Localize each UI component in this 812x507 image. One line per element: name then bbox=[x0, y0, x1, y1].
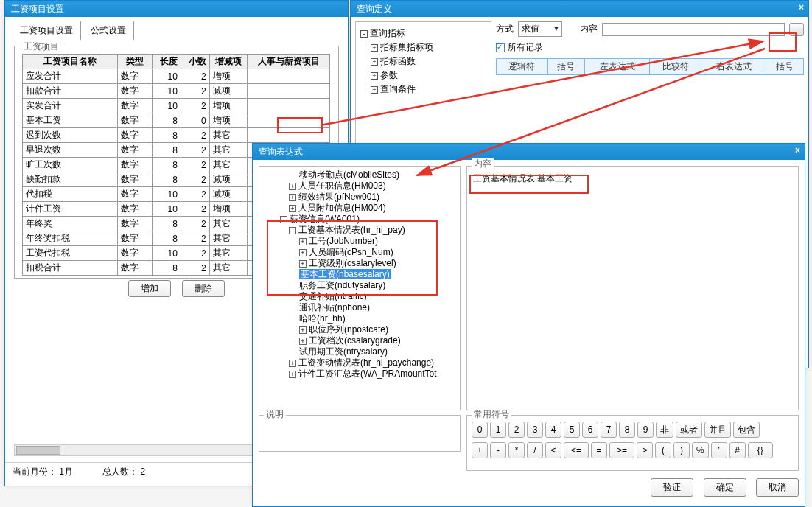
symbol-button[interactable]: 2 bbox=[508, 422, 525, 438]
symbol-button[interactable]: + bbox=[472, 442, 488, 458]
symbol-button[interactable]: 包含 bbox=[733, 422, 760, 438]
column-header[interactable]: 增减项 bbox=[209, 55, 248, 69]
titlebar[interactable]: 查询定义 × bbox=[351, 1, 808, 17]
table-row[interactable]: 实发合计数字102增项 bbox=[23, 99, 330, 113]
column-header[interactable]: 括号 bbox=[766, 59, 804, 75]
symbol-button[interactable]: 0 bbox=[472, 422, 488, 438]
expand-icon[interactable]: + bbox=[289, 371, 296, 378]
tree-item[interactable]: +绩效结果(pfNew001) bbox=[262, 192, 457, 203]
tree-item[interactable]: +人员任职信息(HM003) bbox=[262, 181, 457, 192]
field-tree[interactable]: 移动考勤点(cMobileSites)+人员任职信息(HM003)+绩效结果(p… bbox=[259, 166, 461, 410]
symbol-button[interactable]: ) bbox=[673, 442, 690, 458]
content-input[interactable] bbox=[602, 23, 785, 36]
tabs: 工资项目设置 公式设置 bbox=[5, 17, 348, 40]
tree-item[interactable]: +工号(JobNumber) bbox=[262, 236, 457, 247]
column-header[interactable]: 逻辑符 bbox=[497, 59, 548, 75]
tree-item[interactable]: 试用期工资(ntrysalary) bbox=[262, 346, 457, 357]
tree-item[interactable]: +工资档次(csalarygrade) bbox=[262, 335, 457, 346]
expand-icon[interactable]: + bbox=[299, 338, 307, 345]
description-box: 说明 bbox=[259, 415, 461, 452]
add-button[interactable]: 增加 bbox=[128, 280, 171, 297]
expand-icon[interactable]: + bbox=[299, 326, 307, 334]
symbol-button[interactable]: < bbox=[545, 442, 561, 458]
tree-item[interactable]: 职务工资(ndutysalary) bbox=[262, 280, 457, 291]
ok-button[interactable]: 确定 bbox=[704, 478, 746, 497]
tree-item[interactable]: -工资基本情况表(hr_hi_pay) bbox=[262, 225, 457, 236]
symbol-button[interactable]: 8 bbox=[619, 422, 635, 438]
tab-formula[interactable]: 公式设置 bbox=[83, 21, 134, 40]
symbol-button[interactable]: - bbox=[490, 442, 506, 458]
column-header[interactable]: 小数 bbox=[181, 55, 209, 69]
way-dropdown[interactable]: 求值 bbox=[518, 21, 562, 37]
expression-content[interactable]: 内容 工资基本情况表.基本工资 bbox=[466, 166, 799, 410]
tree-item[interactable]: 哈哈(hr_hh) bbox=[262, 313, 457, 324]
tree-item[interactable]: +工资变动情况表(hr_hi_paychange) bbox=[262, 357, 457, 368]
verify-button[interactable]: 验证 bbox=[651, 478, 693, 497]
symbol-button[interactable]: % bbox=[692, 442, 709, 458]
symbol-button[interactable]: 并且 bbox=[704, 422, 731, 438]
column-header[interactable]: 左表达式 bbox=[585, 59, 650, 75]
window-title: 工资项目设置 bbox=[11, 4, 64, 14]
tree-item[interactable]: 基本工资(nbasesalary) bbox=[262, 269, 457, 280]
symbol-button[interactable]: / bbox=[527, 442, 543, 458]
tree-item[interactable]: 移动考勤点(cMobileSites) bbox=[262, 169, 457, 181]
symbol-button[interactable]: 4 bbox=[545, 422, 561, 438]
delete-button[interactable]: 删除 bbox=[182, 280, 225, 297]
table-row[interactable]: 应发合计数字102增项 bbox=[23, 69, 330, 84]
window-title: 查询定义 bbox=[357, 4, 392, 14]
tree-item[interactable]: +职位序列(npostcate) bbox=[262, 324, 457, 335]
cancel-button[interactable]: 取消 bbox=[756, 478, 799, 497]
tree-item[interactable]: +工资级别(csalarylevel) bbox=[262, 258, 457, 269]
column-header[interactable]: 右表达式 bbox=[701, 59, 766, 75]
symbol-button[interactable]: 7 bbox=[601, 422, 617, 438]
symbol-button[interactable]: <= bbox=[564, 442, 589, 458]
titlebar[interactable]: 查询表达式 × bbox=[253, 144, 805, 160]
expand-icon[interactable]: + bbox=[289, 183, 296, 190]
titlebar[interactable]: 工资项目设置 bbox=[5, 1, 348, 17]
close-icon[interactable]: × bbox=[795, 145, 800, 155]
collapse-icon[interactable]: - bbox=[280, 216, 287, 223]
symbol-button[interactable]: ' bbox=[711, 442, 727, 458]
expand-icon[interactable]: + bbox=[289, 205, 296, 212]
symbol-button[interactable]: > bbox=[637, 442, 653, 458]
symbol-button[interactable]: 或者 bbox=[676, 422, 702, 438]
symbol-button[interactable]: 非 bbox=[656, 422, 673, 438]
column-header[interactable]: 括号 bbox=[547, 59, 585, 75]
collapse-icon[interactable]: - bbox=[289, 227, 296, 234]
symbol-button[interactable]: 9 bbox=[637, 422, 654, 438]
column-header[interactable]: 人事与薪资项目 bbox=[248, 55, 330, 69]
symbol-button[interactable]: 5 bbox=[564, 422, 580, 438]
close-icon[interactable]: × bbox=[799, 2, 804, 13]
symbol-button[interactable]: >= bbox=[609, 442, 634, 458]
tree-item[interactable]: -薪资信息(WA001) bbox=[262, 214, 457, 225]
tree-item[interactable]: 交通补贴(ntraffic) bbox=[262, 291, 457, 302]
column-header[interactable]: 长度 bbox=[153, 55, 181, 69]
tree-item[interactable]: +人员附加信息(HM004) bbox=[262, 203, 457, 214]
column-header[interactable]: 类型 bbox=[117, 55, 152, 69]
tree-item[interactable]: +人员编码(cPsn_Num) bbox=[262, 247, 457, 258]
expand-icon[interactable]: + bbox=[289, 194, 296, 201]
tab-salary-items[interactable]: 工资项目设置 bbox=[13, 21, 81, 40]
expand-icon[interactable]: + bbox=[289, 360, 296, 367]
symbol-button[interactable]: {} bbox=[748, 442, 773, 458]
symbol-button[interactable]: * bbox=[508, 442, 525, 458]
symbol-button[interactable]: 6 bbox=[582, 422, 598, 438]
symbol-button[interactable]: 1 bbox=[490, 422, 506, 438]
all-records-checkbox[interactable]: 所有记录 bbox=[496, 41, 804, 54]
symbol-button[interactable]: ( bbox=[655, 442, 671, 458]
content-more-button[interactable] bbox=[789, 23, 804, 36]
symbol-button[interactable]: = bbox=[591, 442, 607, 458]
column-header[interactable]: 比较符 bbox=[650, 59, 701, 75]
tree-item[interactable]: +计件工资汇总表(WA_PRAmountTot bbox=[262, 368, 457, 380]
column-header[interactable]: 工资项目名称 bbox=[23, 55, 118, 69]
table-row[interactable]: 扣款合计数字102减项 bbox=[23, 84, 330, 99]
tree-item[interactable]: 通讯补贴(nphone) bbox=[262, 302, 457, 313]
expand-icon[interactable]: + bbox=[299, 238, 307, 245]
symbol-button[interactable]: 3 bbox=[527, 422, 543, 438]
table-row[interactable]: 迟到次数数字82其它 bbox=[23, 128, 330, 143]
expand-icon[interactable]: + bbox=[299, 260, 307, 268]
symbol-button[interactable]: # bbox=[729, 442, 746, 458]
expand-icon[interactable]: + bbox=[299, 249, 307, 256]
table-row[interactable]: 基本工资数字80增项 bbox=[23, 113, 330, 128]
checkbox-icon[interactable] bbox=[496, 43, 505, 52]
